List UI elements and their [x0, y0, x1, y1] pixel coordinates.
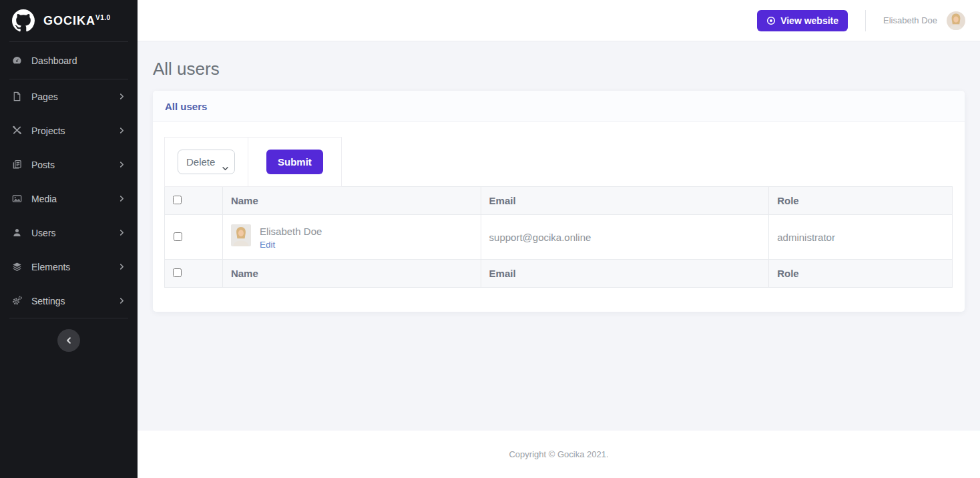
sidebar-nav: Pages Projects Posts Media — [0, 79, 138, 318]
card-body: Delete Submit Name Email Role — [153, 122, 965, 312]
page-icon — [12, 91, 23, 102]
sidebar-item-label: Pages — [31, 91, 118, 102]
chevron-right-icon — [118, 161, 126, 168]
sidebar-item-users[interactable]: Users — [0, 216, 138, 250]
chevron-right-icon — [118, 297, 126, 304]
table-footer-row: Name Email Role — [165, 260, 953, 288]
sidebar-collapse-button[interactable] — [57, 329, 80, 352]
user-avatar — [231, 224, 251, 246]
main-content: All users All users Delete Submit — [138, 41, 980, 431]
eye-icon — [766, 16, 776, 25]
gear-icon — [12, 296, 23, 306]
bulk-action-cell: Delete — [164, 137, 248, 187]
sidebar-item-posts[interactable]: Posts — [0, 148, 138, 182]
sidebar-item-projects[interactable]: Projects — [0, 113, 138, 148]
topbar-divider — [865, 10, 866, 31]
row-checkbox[interactable] — [174, 232, 182, 241]
column-header-name: Name — [222, 187, 481, 215]
copyright-text: Copyright © Gocika 2021. — [509, 449, 608, 459]
edit-link[interactable]: Edit — [260, 240, 275, 250]
user-role-cell: administrator — [769, 215, 953, 260]
tools-icon — [12, 126, 23, 136]
sidebar-item-dashboard[interactable]: Dashboard — [0, 42, 138, 79]
column-header-role: Role — [769, 187, 953, 215]
user-menu[interactable]: Elisabeth Doe — [883, 11, 965, 30]
bulk-action-bar: Delete Submit — [164, 137, 953, 187]
column-footer-role: Role — [769, 260, 953, 288]
sidebar-divider — [9, 318, 128, 318]
column-footer-email: Email — [481, 260, 769, 288]
view-website-label: View website — [780, 15, 838, 26]
all-users-card: All users Delete Submit — [153, 91, 965, 312]
submit-cell: Submit — [248, 137, 342, 187]
avatar[interactable] — [947, 11, 965, 30]
user-icon — [12, 228, 23, 238]
column-header-email: Email — [481, 187, 769, 215]
table-header-row: Name Email Role — [165, 187, 953, 215]
chevron-right-icon — [118, 195, 126, 202]
media-icon — [12, 194, 23, 204]
topbar: View website Elisabeth Doe — [138, 0, 980, 41]
posts-icon — [12, 160, 23, 170]
sidebar-item-label: Media — [31, 194, 118, 204]
select-all-checkbox[interactable] — [173, 268, 182, 277]
page-title: All users — [153, 59, 980, 79]
sidebar: GOCIKAV1.0 Dashboard Pages Projects — [0, 0, 138, 478]
sidebar-item-settings[interactable]: Settings — [0, 284, 138, 318]
app-name: GOCIKAV1.0 — [43, 14, 111, 28]
submit-button[interactable]: Submit — [266, 150, 323, 174]
app-logo[interactable]: GOCIKAV1.0 — [0, 0, 138, 41]
app-version: V1.0 — [95, 14, 111, 21]
dashboard-icon — [12, 55, 23, 66]
octocat-logo-icon — [12, 9, 35, 32]
select-all-checkbox[interactable] — [173, 196, 182, 204]
sidebar-item-pages[interactable]: Pages — [0, 79, 138, 113]
sidebar-item-label: Settings — [31, 296, 118, 306]
user-email-cell: support@gocika.online — [481, 215, 769, 260]
sidebar-item-label: Dashboard — [31, 55, 126, 66]
user-name-cell: Elisabeth Doe — [260, 224, 322, 238]
chevron-left-icon — [65, 336, 73, 344]
sidebar-item-label: Elements — [31, 262, 118, 272]
column-footer-name: Name — [222, 260, 481, 288]
table-row: Elisabeth Doe Edit support@gocika.online… — [165, 215, 953, 260]
sidebar-item-media[interactable]: Media — [0, 182, 138, 216]
users-table: Name Email Role Elisabeth Doe Edi — [164, 186, 953, 288]
card-header[interactable]: All users — [153, 91, 965, 122]
sidebar-item-label: Projects — [31, 126, 118, 136]
sidebar-item-label: Posts — [31, 160, 118, 170]
chevron-right-icon — [118, 263, 126, 270]
layers-icon — [12, 262, 23, 272]
chevron-right-icon — [118, 127, 126, 134]
footer: Copyright © Gocika 2021. — [138, 431, 980, 478]
sidebar-item-label: Users — [31, 228, 118, 238]
user-name: Elisabeth Doe — [883, 15, 937, 25]
view-website-button[interactable]: View website — [757, 10, 848, 31]
chevron-right-icon — [118, 93, 126, 100]
bulk-action-select[interactable]: Delete — [178, 150, 235, 174]
chevron-right-icon — [118, 229, 126, 236]
sidebar-item-elements[interactable]: Elements — [0, 250, 138, 284]
